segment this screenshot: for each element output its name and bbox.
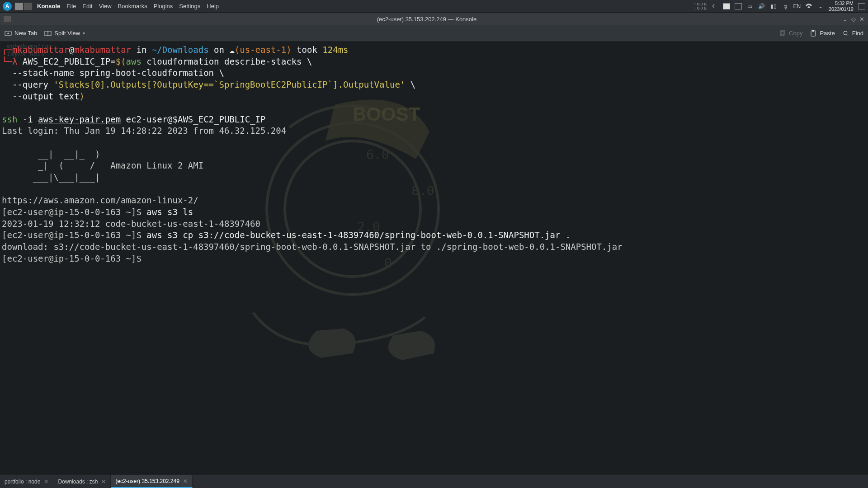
split-view-icon [44,30,52,37]
copy-button[interactable]: Copy [779,30,802,37]
remote-prompt-empty: [ec2-user@ip-15-0-0-163 ~]$ [2,253,866,265]
toolbar: New Tab Split View ▾ Copy Paste Find [0,25,868,42]
keyboard-layout[interactable]: EN [793,3,801,10]
desktop-switcher[interactable] [14,2,33,10]
minimize-button[interactable]: ⌄ [843,16,848,23]
remote-prompt-2: [ec2-user@ip-15-0-0-163 ~]$ aws s3 cp s3… [2,230,866,241]
tab-ec2[interactable]: (ec2-user) 35.153.202.249 ✕ [111,475,192,488]
clock-time: 5:32 PM [829,0,854,6]
window-titlebar: (ec2-user) 35.153.202.249 — Konsole ⌄ ◇ … [0,13,868,25]
window-title: (ec2-user) 35.153.202.249 — Konsole [377,16,476,23]
menu-file[interactable]: File [66,3,76,9]
terminal-tabbar: portfolio : node ✕ Downloads : zsh ✕ (ec… [0,474,868,488]
paste-button[interactable]: Paste [810,30,835,37]
bluetooth-icon[interactable]: ⚼ [782,3,789,10]
tab-label: Downloads : zsh [58,479,98,485]
tray-expand-icon[interactable]: ⌄ [817,3,824,10]
split-view-button[interactable]: Split View ▾ [44,30,85,37]
prompt-context: ┌─mkabumattar@mkabumattar in ~/Downloads… [2,44,866,56]
system-menubar: A Konsole File Edit View Bookmarks Plugi… [0,0,868,13]
app-name: Konsole [37,3,60,9]
close-icon[interactable]: ✕ [44,479,48,485]
chevron-down-icon: ▾ [83,31,85,36]
net-down: ↓ 0.0 B [694,6,707,10]
volume-icon[interactable]: 🔊 [758,3,765,10]
clipboard-tray-icon[interactable] [723,3,730,10]
new-tab-button[interactable]: New Tab [5,30,37,37]
svg-line-8 [847,34,849,36]
last-login: Last login: Thu Jan 19 14:28:22 2023 fro… [2,125,866,137]
show-desktop-icon[interactable] [858,3,865,10]
banner-1: __| __|_ ) [2,149,866,160]
terminal[interactable]: mohabumattar ixynx hdts BOOST 6.0 8.0 2.… [0,42,868,474]
s3-cp-output: download: s3://code-bucket-us-east-1-483… [2,241,866,253]
menu-bookmarks[interactable]: Bookmarks [118,3,147,9]
battery-icon[interactable]: ▮▯ [770,3,777,10]
command-line-2: --stack-name spring-boot-cloudformation … [2,67,866,79]
tab-downloads[interactable]: Downloads : zsh ✕ [53,475,111,488]
arch-logo-icon[interactable]: A [3,2,12,11]
remote-prompt-1: [ec2-user@ip-15-0-0-163 ~]$ aws s3 ls [2,206,866,218]
titlebar-icon [4,16,11,22]
calendar-tray-icon[interactable]: ▭ [746,3,754,10]
banner-2: _| ( / Amazon Linux 2 AMI [2,160,866,172]
banner-3: ___|\___|___| [2,172,866,183]
new-tab-icon [5,30,12,37]
network-speed: ↑ 0.0 B ↓ 0.0 B [694,2,707,10]
command-line-1: └─λ AWS_EC2_PUBLIC_IP=$(aws cloudformati… [2,56,866,68]
menu-settings[interactable]: Settings [179,3,200,9]
svg-point-7 [844,31,847,35]
command-line-4: --output text) [2,91,866,103]
command-line-3: --query 'Stacks[0].Outputs[?OutputKey==`… [2,79,866,91]
paste-icon [810,30,817,37]
close-icon[interactable]: ✕ [101,479,106,485]
ssh-line: ssh -i aws-key-pair.pem ec2-user@$AWS_EC… [2,114,866,126]
menu-edit[interactable]: Edit [82,3,92,9]
menu-help[interactable]: Help [207,3,219,9]
tab-label: portfolio : node [5,479,40,485]
panel-icon[interactable] [735,3,742,10]
clock-date: 2023/01/19 [829,6,854,12]
blank [2,102,866,114]
tab-portfolio[interactable]: portfolio : node ✕ [0,475,53,488]
paste-label: Paste [820,30,835,37]
s3-ls-output: 2023-01-19 12:32:12 code-bucket-us-east-… [2,218,866,230]
copy-label: Copy [789,30,802,37]
wifi-icon[interactable] [805,3,812,10]
night-color-icon[interactable]: ☾ [711,3,718,10]
find-button[interactable]: Find [842,30,863,37]
amazon-url: https://aws.amazon.com/amazon-linux-2/ [2,195,866,206]
maximize-button[interactable]: ◇ [851,16,856,23]
tab-label: (ec2-user) 35.153.202.249 [115,478,179,484]
menu-view[interactable]: View [99,3,112,9]
system-tray: ↑ 0.0 B ↓ 0.0 B ☾ ▭ 🔊 ▮▯ ⚼ EN ⌄ 5:32 PM … [694,0,865,11]
blank3 [2,183,866,195]
new-tab-label: New Tab [14,30,37,37]
close-icon[interactable]: ✕ [183,478,188,484]
svg-rect-6 [812,30,814,32]
find-label: Find [852,30,863,37]
menu-plugins[interactable]: Plugins [154,3,173,9]
blank2 [2,137,866,149]
close-button[interactable]: ✕ [859,16,864,23]
search-icon [842,30,849,37]
split-view-label: Split View [54,30,80,37]
copy-icon [779,30,786,37]
clock[interactable]: 5:32 PM 2023/01/19 [829,0,854,11]
